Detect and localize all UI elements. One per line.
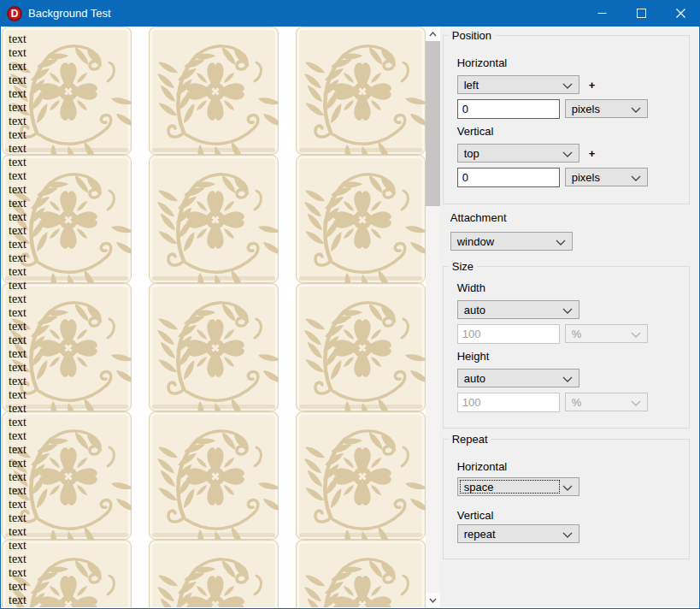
- attachment-value: window: [457, 235, 494, 248]
- attachment-label: Attachment: [450, 211, 507, 224]
- pattern-tile: [296, 155, 426, 283]
- height-mode-select[interactable]: auto: [457, 369, 579, 387]
- text-line: text: [9, 320, 26, 334]
- height-amount-input: [457, 393, 560, 412]
- text-line: text: [9, 429, 26, 443]
- plus-label: +: [589, 79, 596, 92]
- text-line: text: [9, 169, 26, 183]
- text-line: text: [9, 347, 26, 361]
- app-icon[interactable]: D: [7, 6, 22, 21]
- scroll-down-button[interactable]: [426, 593, 440, 607]
- text-line: text: [9, 511, 26, 525]
- text-line: text: [9, 539, 26, 553]
- chevron-down-icon: [562, 151, 573, 157]
- text-line: text: [9, 142, 26, 156]
- chevron-down-icon: [562, 376, 573, 382]
- width-mode-value: auto: [464, 304, 485, 316]
- width-unit-value: %: [572, 328, 582, 340]
- pattern-tile: [149, 540, 279, 607]
- position-group-title: Position: [449, 29, 495, 42]
- width-amount-input: [457, 324, 560, 344]
- text-line: text: [9, 279, 26, 293]
- text-line: text: [9, 416, 26, 429]
- text-line: text: [9, 101, 26, 115]
- chevron-down-icon: [631, 175, 641, 181]
- vertical-position-label: Vertical: [457, 125, 494, 138]
- text-line: text: [9, 87, 26, 101]
- pattern-tile: [149, 411, 279, 540]
- text-line: text: [9, 484, 26, 498]
- vertical-unit-select[interactable]: pixels: [565, 168, 648, 186]
- text-line: text: [9, 443, 26, 457]
- chevron-down-icon: [562, 308, 573, 314]
- tiled-background: [2, 27, 426, 607]
- text-line: text: [9, 566, 26, 580]
- chevron-down-icon: [556, 239, 566, 245]
- horizontal-position-select[interactable]: left: [457, 75, 579, 94]
- pattern-tile: [149, 155, 279, 283]
- horizontal-offset-input[interactable]: [457, 99, 560, 119]
- repeat-group: Repeat Horizontal space Vertical repeat: [443, 439, 690, 559]
- pattern-tile: [296, 283, 426, 411]
- width-mode-select[interactable]: auto: [457, 300, 579, 319]
- text-line: text: [9, 457, 26, 470]
- text-line: text: [9, 361, 26, 375]
- text-line: text: [9, 306, 26, 320]
- pattern-tile: [149, 283, 279, 411]
- preview-pane: texttexttexttexttexttexttexttexttexttext…: [2, 27, 426, 607]
- text-line: text: [9, 251, 26, 265]
- horizontal-position-value: left: [464, 79, 479, 92]
- text-line: text: [9, 74, 26, 87]
- titlebar: D Background Test: [0, 0, 700, 27]
- chevron-down-icon: [562, 83, 573, 89]
- repeat-vertical-select[interactable]: repeat: [457, 524, 579, 543]
- text-line: text: [9, 498, 26, 511]
- chevron-down-icon: [429, 598, 437, 603]
- repeat-vertical-value: repeat: [464, 528, 496, 541]
- scroll-up-button[interactable]: [426, 27, 440, 41]
- text-line: text: [9, 293, 26, 306]
- maximize-icon: [637, 9, 646, 18]
- text-line: text: [9, 265, 26, 279]
- settings-panel: Position Horizontal left + pixels Vertic…: [440, 27, 698, 607]
- maximize-button[interactable]: [621, 0, 661, 27]
- text-line: text: [9, 594, 26, 607]
- vertical-offset-input[interactable]: [457, 168, 560, 187]
- text-line: text: [9, 402, 26, 416]
- text-line: text: [9, 334, 26, 347]
- window-title: Background Test: [28, 7, 582, 20]
- height-unit-select: %: [565, 393, 648, 411]
- text-line: text: [9, 115, 26, 128]
- repeat-group-title: Repeat: [449, 433, 491, 446]
- text-line: text: [9, 60, 26, 74]
- text-line: text: [9, 183, 26, 197]
- text-line: text: [9, 46, 26, 60]
- vertical-position-select[interactable]: top: [457, 144, 579, 163]
- size-group: Size Width auto % Height auto: [443, 266, 690, 429]
- text-line: text: [9, 238, 26, 251]
- minimize-button[interactable]: [582, 0, 621, 27]
- close-button[interactable]: [661, 0, 700, 27]
- plus-label: +: [589, 147, 596, 160]
- text-line: text: [9, 128, 26, 142]
- text-line: text: [9, 553, 26, 566]
- text-line: text: [9, 33, 26, 46]
- vertical-scrollbar[interactable]: [426, 27, 440, 607]
- height-mode-value: auto: [464, 372, 485, 385]
- main-area: texttexttexttexttexttexttexttexttexttext…: [2, 27, 698, 607]
- size-group-title: Size: [449, 260, 477, 273]
- text-line: text: [9, 156, 26, 169]
- text-line: text: [9, 210, 26, 224]
- horizontal-unit-select[interactable]: pixels: [565, 99, 648, 118]
- tile-column: [149, 27, 279, 607]
- chevron-up-icon: [429, 32, 437, 37]
- repeat-horizontal-select[interactable]: space: [457, 477, 579, 496]
- vertical-position-value: top: [464, 147, 479, 160]
- pattern-tile: [296, 411, 426, 540]
- attachment-select[interactable]: window: [450, 232, 573, 251]
- scrollbar-thumb[interactable]: [426, 41, 440, 206]
- text-line: text: [9, 580, 26, 594]
- window-controls: [582, 0, 700, 27]
- repeat-vertical-label: Vertical: [457, 509, 494, 522]
- text-line: text: [9, 525, 26, 539]
